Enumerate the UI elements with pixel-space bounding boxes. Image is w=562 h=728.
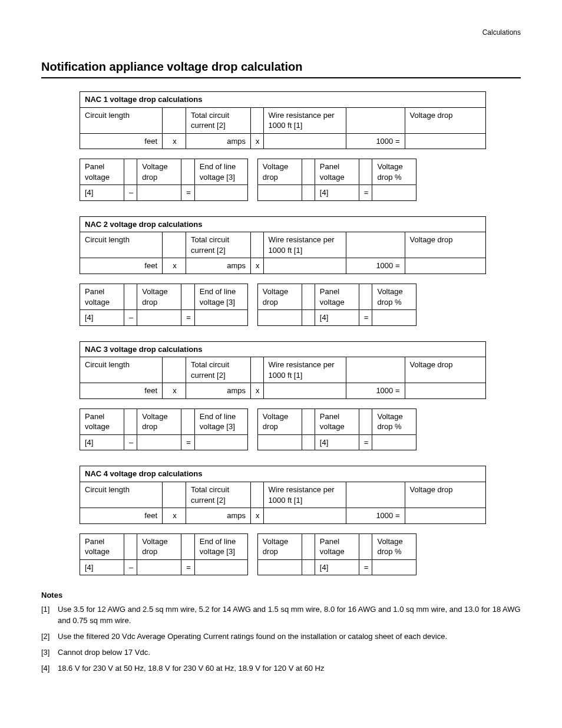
nac-subtables-row: Panel voltageVoltage dropEnd of line vol… <box>80 409 486 451</box>
blank-cell <box>124 284 137 310</box>
blank-cell <box>181 533 195 559</box>
blank-cell <box>194 310 247 326</box>
op-minus: – <box>124 434 137 450</box>
nac-subtables-row: Panel voltageVoltage dropEnd of line vol… <box>80 533 486 576</box>
op-minus: – <box>124 310 137 326</box>
label-voltage-drop: Voltage drop <box>257 533 302 559</box>
label-end-of-line: End of line voltage [3] <box>194 284 247 310</box>
blank-cell <box>405 383 486 399</box>
blank-cell <box>163 482 186 508</box>
blank-cell <box>251 482 264 508</box>
nac-right-subtable: Voltage dropPanel voltageVoltage drop %[… <box>257 284 417 326</box>
blank-cell <box>302 434 315 450</box>
label-voltage-drop-pct: Voltage drop % <box>372 284 416 310</box>
blank-cell <box>346 232 405 258</box>
blank-cell <box>251 232 264 258</box>
nac-left-subtable: Panel voltageVoltage dropEnd of line vol… <box>80 409 248 451</box>
unit-feet: feet <box>80 508 163 524</box>
blank-cell <box>302 185 315 201</box>
blank-cell <box>163 357 186 383</box>
op-x: x <box>163 258 186 274</box>
label-panel-voltage: Panel voltage <box>315 284 359 310</box>
blank-cell <box>257 434 302 450</box>
ref4: [4] <box>315 185 359 201</box>
unit-feet: feet <box>80 133 163 149</box>
op-x: x <box>163 508 186 524</box>
label-total-current: Total circuit current [2] <box>186 482 251 508</box>
ref4: [4] <box>80 310 124 326</box>
thousand-eq: 1000 = <box>346 133 405 149</box>
blank-cell <box>359 533 372 559</box>
op-x: x <box>163 383 186 399</box>
note-text: Cannot drop below 17 Vdc. <box>58 647 521 658</box>
op-equals: = <box>359 559 372 575</box>
nac-right-subtable: Voltage dropPanel voltageVoltage drop %[… <box>257 533 417 576</box>
ref4: [4] <box>80 434 124 450</box>
blank-cell <box>263 133 346 149</box>
nac-block-3: NAC 3 voltage drop calculationsCircuit l… <box>80 341 521 451</box>
thousand-eq: 1000 = <box>346 258 405 274</box>
notes-heading: Notes <box>41 591 521 599</box>
note-row: [3]Cannot drop below 17 Vdc. <box>41 647 521 658</box>
label-panel-voltage: Panel voltage <box>315 159 359 185</box>
blank-cell <box>137 559 181 575</box>
label-wire-resistance: Wire resistance per 1000 ft [1] <box>263 232 346 258</box>
blank-cell <box>372 185 416 201</box>
label-end-of-line: End of line voltage [3] <box>194 409 247 434</box>
nac-calc-table: NAC 2 voltage drop calculationsCircuit l… <box>80 216 486 274</box>
blank-cell <box>137 434 181 450</box>
nac-subtables-row: Panel voltageVoltage dropEnd of line vol… <box>80 284 486 326</box>
label-voltage-drop: Voltage drop <box>137 284 181 310</box>
blank-cell <box>372 559 416 575</box>
blank-cell <box>163 232 186 258</box>
nac-left-subtable: Panel voltageVoltage dropEnd of line vol… <box>80 533 248 576</box>
blank-cell <box>124 159 137 185</box>
op-x: x <box>251 133 264 149</box>
thousand-eq: 1000 = <box>346 383 405 399</box>
label-wire-resistance: Wire resistance per 1000 ft [1] <box>263 357 346 383</box>
blank-cell <box>405 258 486 274</box>
ref4: [4] <box>80 185 124 201</box>
note-text: Use 3.5 for 12 AWG and 2.5 sq mm wire, 5… <box>58 604 521 627</box>
nac-block-1: NAC 1 voltage drop calculationsCircuit l… <box>80 91 521 201</box>
ref4: [4] <box>80 559 124 575</box>
label-voltage-drop-pct: Voltage drop % <box>372 159 416 185</box>
label-voltage-drop-pct: Voltage drop % <box>372 409 416 434</box>
label-voltage-drop-pct: Voltage drop % <box>372 533 416 559</box>
label-voltage-drop: Voltage drop <box>137 533 181 559</box>
nac-title: NAC 2 voltage drop calculations <box>80 216 486 232</box>
nac-title: NAC 1 voltage drop calculations <box>80 92 486 108</box>
title-rule <box>41 77 521 78</box>
label-wire-resistance: Wire resistance per 1000 ft [1] <box>263 107 346 133</box>
note-text: Use the filtered 20 Vdc Average Operatin… <box>58 631 521 643</box>
label-voltage-drop: Voltage drop <box>405 357 486 383</box>
label-voltage-drop: Voltage drop <box>257 284 302 310</box>
nac-left-subtable: Panel voltageVoltage dropEnd of line vol… <box>80 284 248 326</box>
op-equals: = <box>359 185 372 201</box>
blank-cell <box>137 185 181 201</box>
label-voltage-drop: Voltage drop <box>405 232 486 258</box>
label-panel-voltage: Panel voltage <box>80 409 124 434</box>
blank-cell <box>346 357 405 383</box>
blank-cell <box>163 107 186 133</box>
op-minus: – <box>124 185 137 201</box>
ref4: [4] <box>315 434 359 450</box>
unit-amps: amps <box>186 258 251 274</box>
label-voltage-drop: Voltage drop <box>137 159 181 185</box>
blank-cell <box>359 409 372 434</box>
op-equals: = <box>181 559 195 575</box>
label-voltage-drop: Voltage drop <box>137 409 181 434</box>
label-voltage-drop: Voltage drop <box>405 482 486 508</box>
nac-right-subtable: Voltage dropPanel voltageVoltage drop %[… <box>257 409 417 451</box>
unit-feet: feet <box>80 383 163 399</box>
label-circuit-length: Circuit length <box>80 107 163 133</box>
blank-cell <box>302 409 315 434</box>
blank-cell <box>359 159 372 185</box>
op-x: x <box>251 383 264 399</box>
blank-cell <box>302 559 315 575</box>
page-section-header: Calculations <box>41 28 521 37</box>
label-voltage-drop: Voltage drop <box>405 107 486 133</box>
nac-block-4: NAC 4 voltage drop calculationsCircuit l… <box>80 466 521 575</box>
blank-cell <box>181 409 195 434</box>
op-minus: – <box>124 559 137 575</box>
